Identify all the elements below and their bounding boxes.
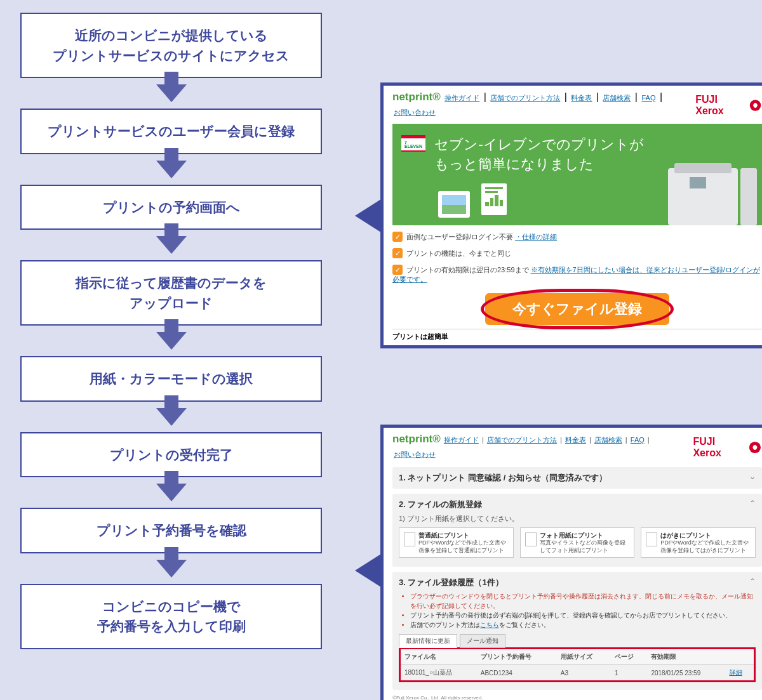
arrow-down-icon	[156, 332, 187, 350]
nav-link[interactable]: 料金表	[571, 93, 592, 103]
table-header: プリント予約番号	[477, 649, 557, 665]
chevron-down-icon[interactable]: ⌄	[749, 472, 756, 481]
check-icon: ✓	[392, 232, 403, 242]
paper-option-button[interactable]: フォト用紙にプリント写真やイラストなどの画像を登録してフォト用紙にプリント	[520, 527, 635, 558]
screenshot-netprint-history: netprint® 操作ガイド | 店舗でのプリント方法 | 料金表 | 店舗検…	[380, 425, 762, 700]
check-row: ✓プリントの機能は、今までと同じ	[392, 248, 762, 258]
arrow-down-icon	[156, 161, 187, 178]
highlight-circle	[481, 289, 674, 329]
detail-link[interactable]: 詳細	[730, 669, 742, 676]
list-item: ブラウザーのウィンドウを閉じるとプリント予約番号や操作履歴は消去されます。閉じる…	[410, 591, 756, 611]
nav-link[interactable]: FAQ	[641, 94, 655, 102]
nav-link[interactable]: 店舗でのプリント方法	[490, 93, 560, 103]
hero-banner: 7ELEVEN セブン‐イレブンでのプリントがもっと簡単になりました	[392, 124, 762, 225]
document-chart-icon	[481, 183, 507, 215]
section-consent: 1. ネットプリント 同意確認 / お知らせ（同意済みです）⌄	[392, 467, 762, 489]
register-file-button[interactable]: 今すぐファイル登録	[485, 293, 669, 325]
pointer-left-icon	[355, 198, 383, 234]
table-cell: 1	[611, 665, 648, 682]
printer-illustration	[643, 149, 757, 225]
footer-text: プリントは超簡単	[392, 329, 762, 341]
chevron-up-icon[interactable]: ⌃	[749, 577, 756, 586]
step-4: 指示に従って履歴書のデータをアップロード	[20, 260, 322, 326]
table-cell: A3	[557, 665, 611, 682]
copyright: ©Fuji Xerox Co., Ltd. All rights reserve…	[392, 695, 762, 700]
pointer-left-icon	[355, 553, 383, 588]
inline-link[interactable]: こちら	[480, 621, 499, 628]
section-file-history: 3. ファイル登録履歴（1件）⌃ ブラウザーのウィンドウを閉じるとプリント予約番…	[392, 572, 762, 690]
chevron-up-icon[interactable]: ⌃	[749, 499, 756, 508]
table-header: ページ	[611, 649, 648, 665]
tab-refresh[interactable]: 最新情報に更新	[399, 634, 457, 648]
table-cell: ABCD1234	[477, 665, 557, 682]
step-8: コンビニのコピー機で予約番号を入力して印刷	[20, 584, 322, 649]
nav-link[interactable]: 操作ガイド	[444, 93, 479, 103]
check-row: ✓面倒なユーザー登録/ログイン不要 ・仕様の詳細	[392, 232, 762, 242]
check-icon: ✓	[392, 248, 403, 258]
arrow-down-icon	[156, 484, 187, 501]
fujixerox-logo: FUJI Xerox	[695, 94, 762, 117]
step-1: 近所のコンビニが提供しているプリントサービスのサイトにアクセス	[20, 13, 322, 78]
table-cell: 2018/01/25 23:59	[647, 665, 725, 682]
nav-link[interactable]: お問い合わせ	[394, 450, 436, 459]
table-header: 有効期限	[647, 649, 725, 665]
nav-link[interactable]: 店舗検索	[594, 435, 622, 445]
table-row: 180101_○山薬品ABCD1234A312018/01/25 23:59詳細	[400, 665, 755, 682]
fujixerox-logo: FUJI Xerox	[693, 436, 762, 459]
netprint-logo: netprint®	[392, 91, 441, 103]
inline-link[interactable]: ・仕様の詳細	[515, 233, 557, 241]
section-new-file: 2. ファイルの新規登録⌃ 1) プリント用紙を選択してください。 普通紙にプリ…	[392, 494, 762, 567]
photo-icon	[438, 191, 470, 218]
netprint-logo: netprint®	[392, 433, 441, 445]
table-header: 用紙サイズ	[557, 649, 611, 665]
paper-option-button[interactable]: はがきにプリントPDFやWordなどで作成した文書や画像を登録してはがきにプリン…	[641, 527, 756, 558]
arrow-down-icon	[156, 560, 187, 578]
list-item: プリント予約番号の発行後は必ず右端の[詳細]を押して、登録内容を確認してからお店…	[410, 611, 756, 620]
nav-link[interactable]: 料金表	[565, 435, 586, 445]
flow-column: 近所のコンビニが提供しているプリントサービスのサイトにアクセス プリントサービス…	[20, 13, 322, 649]
table-cell: 180101_○山薬品	[400, 665, 477, 682]
arrow-down-icon	[156, 84, 187, 102]
seven-eleven-logo: 7ELEVEN	[401, 135, 425, 152]
file-history-table: ファイル名プリント予約番号用紙サイズページ有効期限 180101_○山薬品ABC…	[399, 647, 756, 682]
nav-link[interactable]: FAQ	[631, 436, 645, 444]
arrow-down-icon	[156, 236, 187, 254]
nav-link[interactable]: 店舗でのプリント方法	[487, 435, 557, 445]
nav-link[interactable]: 操作ガイド	[444, 435, 479, 445]
nav-link[interactable]: 店舗検索	[603, 93, 631, 103]
check-row: ✓プリントの有効期限は翌日の23:59まで ※有効期限を7日間にしたい場合は、従…	[392, 265, 762, 284]
paper-option-button[interactable]: 普通紙にプリントPDFやWordなどで作成した文書や画像を登録して普通紙にプリン…	[399, 527, 514, 558]
tab-mail-notify[interactable]: メール通知	[460, 634, 505, 648]
screenshot-netprint-top: netprint® 操作ガイド | 店舗でのプリント方法 | 料金表 | 店舗検…	[380, 83, 762, 348]
inline-link[interactable]: ※有効期限を7日間にしたい場合は、従来どおりユーザー登録/ログインが必要です。	[392, 266, 760, 284]
list-item: 店舗でのプリント方法はこちらをご覧ください。	[410, 620, 756, 630]
nav-link[interactable]: お問い合わせ	[394, 108, 436, 117]
check-icon: ✓	[392, 265, 403, 275]
table-header: ファイル名	[400, 649, 477, 665]
table-header	[726, 649, 755, 665]
arrow-down-icon	[156, 408, 187, 426]
